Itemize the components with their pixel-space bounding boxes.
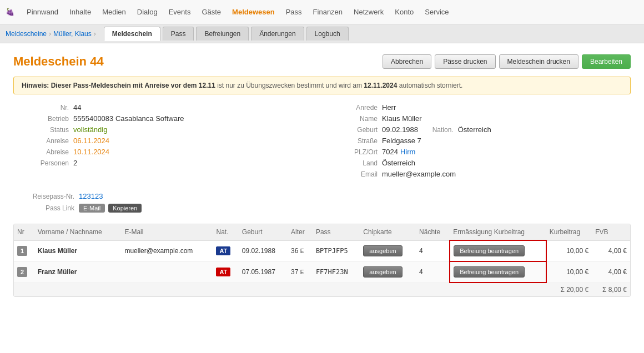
nav-inhalte[interactable]: Inhalte [68, 6, 92, 18]
main-content: Meldeschein 44 Abbrechen Pässe drucken M… [0, 43, 644, 353]
nav-dialog[interactable]: Dialog [136, 6, 159, 18]
meldeschein-drucken-button[interactable]: Meldeschein drucken [499, 54, 578, 69]
sum-kurbeitrag: Σ 20,00 € [546, 283, 592, 296]
info-row-strasse: Straße Feldgasse 7 [328, 137, 625, 145]
cell-kurbeitrag-0: 10,00 € [546, 240, 592, 261]
col-geburt: Geburt [239, 224, 288, 240]
nav-gaeste[interactable]: Gäste [200, 6, 222, 18]
pass-code-1: FF7HF23N [316, 268, 348, 276]
nav-events[interactable]: Events [168, 6, 192, 18]
info-col-right: Anrede Herr Name Klaus Müller Geburt 09.… [322, 103, 631, 181]
title-row: Meldeschein 44 Abbrechen Pässe drucken M… [13, 54, 631, 69]
bearbeiten-button[interactable]: Bearbeiten [582, 54, 631, 69]
sum-spacer [14, 283, 546, 296]
cell-chipkarte-1: ausgeben [360, 261, 416, 283]
breadcrumb-muller-klaus[interactable]: Müller, Klaus [53, 30, 92, 38]
befreiung-beantragen-button-1[interactable]: Befreiung beantragen [454, 266, 525, 278]
nav-service[interactable]: Service [424, 6, 450, 18]
passport-number-row: Reisepass-Nr. 123123 [19, 192, 631, 200]
chipkarte-ausgeben-button-0[interactable]: ausgeben [363, 245, 402, 256]
tab-meldeschein[interactable]: Meldeschein [104, 27, 160, 41]
tab-bar: Meldescheine › Müller, Klaus › Meldesche… [0, 24, 644, 43]
value-geburt: 09.02.1988 [382, 125, 418, 134]
table-body: 1 Klaus Müller mueller@example.com AT 09… [14, 240, 630, 283]
breadcrumb: Meldescheine › Müller, Klaus › [6, 30, 96, 38]
info-grid: Nr. 44 Betrieb 5555400083 Casablanca Sof… [13, 103, 631, 181]
nav-pass[interactable]: Pass [285, 6, 303, 18]
value-plz: 7024 [382, 148, 398, 156]
alert-text-after: automatisch storniert. [399, 82, 463, 89]
alert-bold1: Anreise vor dem 12.11 [144, 82, 215, 89]
info-row-personen: Personen 2 [19, 159, 316, 167]
alert-banner: Hinweis: Dieser Pass-Meldeschein mit Anr… [13, 77, 631, 94]
value-email: mueller@example.com [382, 170, 456, 178]
tab-aenderungen[interactable]: Änderungen [251, 27, 304, 41]
info-row-land: Land Österreich [328, 159, 625, 167]
col-pass: Pass [313, 224, 360, 240]
paesse-drucken-button[interactable]: Pässe drucken [435, 54, 495, 69]
befreiung-beantragen-button-0[interactable]: Befreiung beantragen [454, 245, 525, 256]
value-nr: 44 [73, 103, 81, 112]
value-strasse: Feldgasse 7 [382, 137, 421, 145]
pass-link-email-button[interactable]: E-Mail [79, 204, 105, 213]
cell-nat-1: AT [213, 261, 238, 283]
alert-hinweis-label: Hinweis: Dieser Pass-Meldeschein mit [22, 82, 143, 89]
nav-pinnwand[interactable]: Pinnwand [26, 6, 59, 18]
info-row-abreise: Abreise 10.11.2024 [19, 148, 316, 156]
passport-number-value: 123123 [79, 192, 103, 200]
value-abreise: 10.11.2024 [73, 148, 109, 156]
breadcrumb-meldescheine[interactable]: Meldescheine [6, 30, 47, 38]
cell-fvb-0: 4,00 € [592, 240, 630, 261]
cell-pass-0: BPTPJFP5 [313, 240, 360, 261]
col-alter: Alter [288, 224, 313, 240]
alert-text-mid: ist nur zu Übungszwecken bestimmt und wi… [217, 82, 362, 89]
info-row-anreise: Anreise 06.11.2024 [19, 137, 316, 145]
page-title: Meldeschein 44 [13, 54, 104, 69]
info-row-nr: Nr. 44 [19, 103, 316, 112]
col-naechte: Nächte [416, 224, 450, 240]
table-row: 2 Franz Müller AT 07.05.1987 37 E FF7HF2… [14, 261, 630, 283]
col-name: Vorname / Nachname [34, 224, 122, 240]
alert-bold2: 12.11.2024 [364, 82, 397, 89]
title-buttons: Abbrechen Pässe drucken Meldeschein druc… [383, 54, 631, 69]
cell-email-1 [121, 261, 213, 283]
nav-links: Pinnwand Inhalte Medien Dialog Events Gä… [26, 6, 450, 18]
top-navigation: 🍇 Pinnwand Inhalte Medien Dialog Events … [0, 0, 644, 24]
label-name: Name [328, 115, 378, 123]
pass-code-0: BPTPJFP5 [316, 247, 348, 255]
col-email: E-Mail [121, 224, 213, 240]
tab-befreiungen[interactable]: Befreiungen [196, 27, 249, 41]
label-betrieb: Betrieb [19, 115, 69, 123]
abbrechen-button[interactable]: Abbrechen [383, 54, 431, 69]
col-chipkarte: Chipkarte [360, 224, 416, 240]
info-row-anrede: Anrede Herr [328, 103, 625, 112]
tab-logbuch[interactable]: Logbuch [306, 27, 349, 41]
cell-pass-1: FF7HF23N [313, 261, 360, 283]
nav-netzwerk[interactable]: Netzwerk [353, 6, 385, 18]
value-betrieb: 5555400083 Casablanca Software [73, 114, 184, 123]
nav-konto[interactable]: Konto [394, 6, 415, 18]
nav-finanzen[interactable]: Finanzen [312, 6, 344, 18]
cell-alter-0: 36 E [288, 240, 313, 261]
info-row-betrieb: Betrieb 5555400083 Casablanca Software [19, 114, 316, 123]
passport-link-row: Pass Link E-Mail Kopieren [19, 204, 631, 213]
pass-link-copy-button[interactable]: Kopieren [108, 204, 142, 213]
label-status: Status [19, 126, 69, 134]
breadcrumb-sep-1: › [49, 30, 51, 38]
value-anrede: Herr [382, 103, 396, 112]
nav-medien[interactable]: Medien [101, 6, 127, 18]
cell-chipkarte-0: ausgeben [360, 240, 416, 261]
sum-fvb: Σ 8,00 € [592, 283, 630, 296]
label-personen: Personen [19, 159, 69, 167]
table-sum-row: Σ 20,00 € Σ 8,00 € [14, 283, 630, 296]
table-header-row: Nr Vorname / Nachname E-Mail Nat. Geburt… [14, 224, 630, 240]
chipkarte-ausgeben-button-1[interactable]: ausgeben [363, 266, 402, 278]
info-row-geburt: Geburt 09.02.1988 Nation. Österreich [328, 125, 625, 134]
nav-meldewesen[interactable]: Meldewesen [231, 6, 276, 18]
cell-nr-0: 1 [14, 240, 34, 261]
tab-pass[interactable]: Pass [163, 27, 194, 41]
cell-nr-1: 2 [14, 261, 34, 283]
row-number-0: 1 [17, 246, 27, 256]
label-nation: Nation. [426, 126, 454, 134]
logo: 🍇 [6, 8, 14, 16]
